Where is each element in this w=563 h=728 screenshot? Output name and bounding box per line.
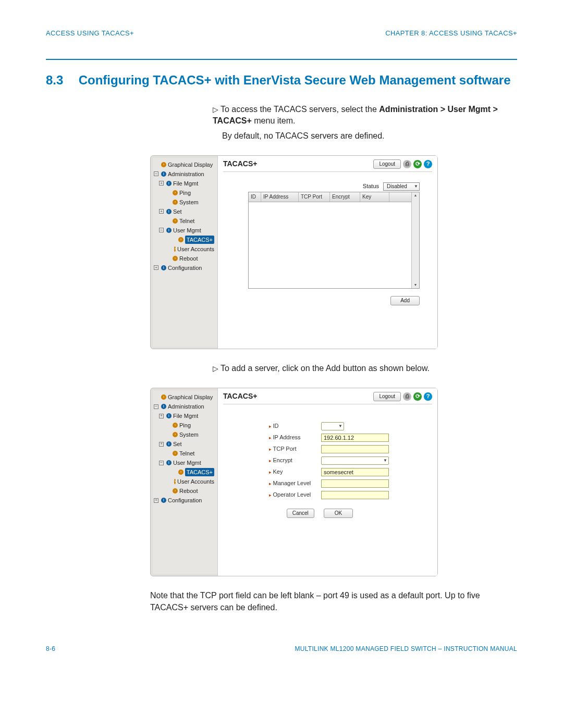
runhead-right: CHAPTER 8: ACCESS USING TACACS+: [385, 29, 517, 38]
tree-item-reboot[interactable]: ›Reboot: [154, 254, 214, 263]
expand-toggle[interactable]: +: [154, 498, 158, 503]
expand-toggle[interactable]: [154, 162, 158, 167]
expand-toggle[interactable]: [165, 451, 170, 456]
expand-toggle[interactable]: +: [159, 442, 164, 447]
tacacs-table: IDIP AddressTCP PortEncryptKey ▴▾: [248, 192, 420, 289]
tree-item-ping[interactable]: ›Ping: [154, 421, 214, 430]
tree-item-file-mgmt[interactable]: +iFile Mgmt: [154, 411, 214, 421]
screenshot-tacacs-add: ›Graphical Display−iAdministration+iFile…: [150, 388, 438, 576]
tree-item-set[interactable]: +iSet: [154, 207, 214, 216]
expand-toggle[interactable]: [172, 470, 176, 475]
footer-title: MULTILINK ML1200 MANAGED FIELD SWITCH – …: [295, 645, 517, 653]
help-icon[interactable]: ?: [424, 392, 432, 401]
tree-item-set[interactable]: +iSet: [154, 439, 214, 449]
expand-toggle[interactable]: −: [159, 461, 164, 465]
tree-label: File Mgmt: [173, 179, 198, 188]
tree-item-administration[interactable]: −iAdministration: [154, 169, 214, 179]
select-encrypt[interactable]: enable: [321, 456, 389, 465]
help-icon[interactable]: ?: [424, 160, 432, 168]
input-manager-level[interactable]: [321, 479, 389, 488]
expand-toggle[interactable]: [165, 200, 170, 204]
cancel-button[interactable]: Cancel: [287, 509, 314, 518]
field-label: IP Address: [269, 434, 321, 441]
tree-label: Telnet: [179, 449, 194, 458]
save-icon[interactable]: ⎙: [403, 392, 411, 401]
folder-icon: i: [166, 228, 172, 233]
tree-item-ping[interactable]: ›Ping: [154, 188, 214, 198]
expand-toggle[interactable]: [165, 423, 170, 428]
expand-toggle[interactable]: [165, 489, 170, 493]
folder-icon: i: [166, 441, 172, 447]
expand-toggle[interactable]: −: [159, 228, 164, 232]
field-row-encrypt: Encryptenable: [269, 456, 432, 465]
tree-item-configuration[interactable]: +iConfiguration: [154, 263, 214, 273]
expand-toggle[interactable]: [154, 395, 158, 400]
tree-item-user-accounts[interactable]: ›User Accounts: [154, 477, 214, 486]
tree-item-tacacs-[interactable]: ›TACACS+: [154, 235, 214, 244]
tree-label: Telnet: [179, 217, 194, 225]
ok-button[interactable]: OK: [324, 509, 353, 518]
bullet-icon: ›: [173, 432, 178, 437]
expand-toggle[interactable]: −: [154, 404, 158, 409]
tree-item-graphical-display[interactable]: ›Graphical Display: [154, 160, 214, 169]
tree-item-file-mgmt[interactable]: +iFile Mgmt: [154, 179, 214, 188]
tree-item-user-mgmt[interactable]: −iUser Mgmt: [154, 458, 214, 467]
expand-toggle[interactable]: [165, 433, 170, 437]
tree-label: Graphical Display: [168, 393, 213, 401]
field-label: Encrypt: [269, 456, 321, 464]
tree-item-tacacs-[interactable]: ›TACACS+: [154, 467, 214, 477]
field-label: TCP Port: [269, 445, 321, 453]
tree-item-system[interactable]: ›System: [154, 430, 214, 439]
field-label: ID: [269, 422, 321, 430]
field-row-manager-level: Manager Level: [269, 479, 432, 488]
logout-button-2[interactable]: Logout: [373, 392, 401, 401]
input-key[interactable]: somesecret: [321, 468, 389, 476]
bullet-icon: ›: [174, 479, 176, 484]
expand-toggle[interactable]: +: [154, 265, 158, 270]
bullet-icon: ›: [173, 451, 178, 456]
input-tcp-port[interactable]: [321, 445, 389, 453]
field-row-tcp-port: TCP Port: [269, 445, 432, 453]
field-row-key: Keysomesecret: [269, 468, 432, 476]
folder-icon: i: [161, 498, 166, 503]
save-icon[interactable]: ⎙: [403, 160, 411, 168]
col-tcp-port: TCP Port: [299, 192, 330, 202]
tree-item-user-mgmt[interactable]: −iUser Mgmt: [154, 226, 214, 235]
table-scrollbar[interactable]: ▴▾: [411, 192, 419, 288]
col-encrypt: Encrypt: [330, 192, 360, 202]
tree-item-reboot[interactable]: ›Reboot: [154, 486, 214, 496]
status-label: Status: [363, 182, 379, 190]
expand-toggle[interactable]: [172, 237, 176, 242]
field-label: Key: [269, 468, 321, 476]
expand-toggle[interactable]: [165, 256, 170, 261]
expand-toggle[interactable]: +: [159, 181, 164, 186]
tree-item-system[interactable]: ›System: [154, 198, 214, 207]
expand-toggle[interactable]: +: [159, 209, 164, 214]
status-select[interactable]: Disabled: [383, 182, 420, 191]
runhead-left: ACCESS USING TACACS+: [46, 29, 134, 38]
tree-item-telnet[interactable]: ›Telnet: [154, 449, 214, 458]
add-button[interactable]: Add: [390, 296, 420, 305]
bullet-icon: ›: [173, 190, 178, 195]
refresh-icon[interactable]: ⟳: [413, 392, 422, 401]
input-ip-address[interactable]: 192.60.1.12: [321, 434, 389, 442]
expand-toggle[interactable]: [165, 190, 170, 195]
refresh-icon[interactable]: ⟳: [413, 160, 422, 168]
input-operator-level[interactable]: [321, 491, 389, 499]
tree-label: File Mgmt: [173, 412, 198, 420]
expand-toggle[interactable]: +: [159, 414, 164, 418]
tree-item-telnet[interactable]: ›Telnet: [154, 216, 214, 226]
tree-item-configuration[interactable]: +iConfiguration: [154, 496, 214, 505]
tree-item-graphical-display[interactable]: ›Graphical Display: [154, 392, 214, 402]
tree-label: User Accounts: [177, 245, 214, 253]
expand-toggle[interactable]: [165, 218, 170, 223]
logout-button[interactable]: Logout: [373, 159, 401, 169]
folder-icon: i: [166, 460, 172, 465]
tree-item-administration[interactable]: −iAdministration: [154, 402, 214, 411]
expand-toggle[interactable]: −: [154, 171, 158, 176]
tree-label: Reboot: [179, 487, 198, 495]
select-id[interactable]: 1: [321, 422, 344, 430]
tree-item-user-accounts[interactable]: ›User Accounts: [154, 244, 214, 254]
page-number: 8-6: [46, 645, 55, 653]
tree-label: User Accounts: [177, 477, 214, 486]
